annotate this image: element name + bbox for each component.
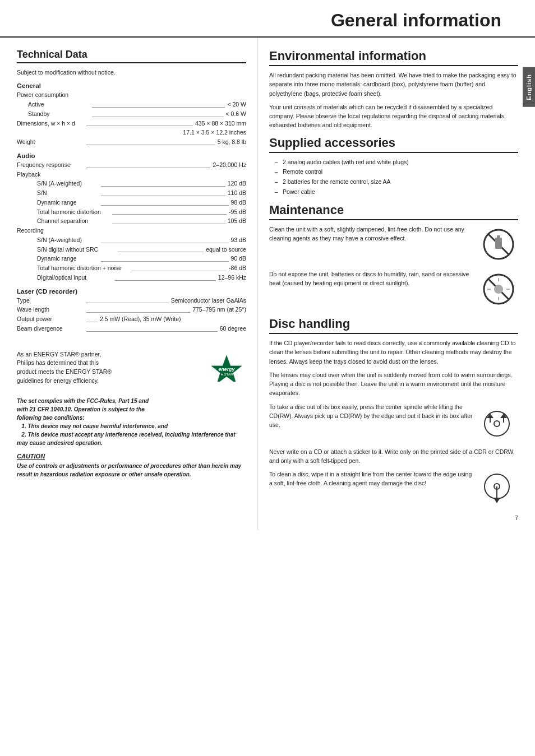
output-power-row: Output power 2.5 mW (Read), 35 mW (Write…	[17, 315, 246, 324]
page-title: General information	[0, 10, 501, 31]
caution-title: CAUTION	[17, 453, 246, 460]
laser-type-value: Semiconductor laser GaAlAs	[171, 296, 246, 305]
supplied-acc-item-3: 2 batteries for the remote control, size…	[275, 177, 518, 187]
maintenance-img-2	[479, 270, 518, 309]
right-column: Environmental information All redundant …	[258, 38, 535, 530]
fcc-line3: following two conditions:	[17, 415, 85, 421]
power-consumption-label-row: Power consumption	[17, 91, 246, 100]
freq-response-label: Frequency response	[17, 161, 84, 170]
wavelength-value: 775–795 nm (at 25°)	[192, 305, 246, 314]
audio-section-label: Audio	[17, 152, 246, 159]
beam-divergence-label: Beam divergence	[17, 324, 84, 333]
rec-sn-aweighted-value: 93 dB	[231, 236, 246, 245]
sn-aweighted-label: S/N (A-weighted)	[26, 179, 99, 188]
svg-rect-6	[497, 235, 500, 239]
rec-thd-noise-row: Total harmonic distortion + noise -86 dB	[17, 264, 246, 273]
energy-star-text: As an ENERGY STAR® partner, Philips has …	[17, 350, 201, 386]
freq-response-row: Frequency response 2–20,000 Hz	[17, 161, 246, 170]
freq-response-value: 2–20,000 Hz	[213, 161, 246, 170]
laser-type-row: Type Semiconductor laser GaAlAs	[17, 296, 246, 305]
maintenance-block-2: Do not expose the unit, batteries or dis…	[269, 270, 518, 309]
env-info-para2: Your unit consists of materials which ca…	[269, 103, 518, 130]
dimensions-value1: 435 × 88 × 310 mm	[195, 119, 246, 128]
wavelength-dots	[86, 312, 190, 313]
active-dots	[92, 107, 225, 108]
disc-img-2	[479, 470, 518, 509]
supplied-acc-heading: Supplied accessories	[269, 136, 518, 153]
dimensions-dots	[86, 126, 193, 126]
page-number: 7	[269, 514, 518, 521]
laser-block: Type Semiconductor laser GaAlAs Wave len…	[17, 296, 246, 333]
recording-label-row: Recording	[17, 226, 246, 235]
maintenance-para2: Do not expose the unit, batteries or dis…	[269, 270, 473, 288]
english-tab: English	[523, 67, 535, 107]
power-consumption-block: Power consumption Active < 20 W Standby …	[17, 91, 246, 147]
technical-data-heading: Technical Data	[17, 49, 246, 63]
energy-star-area: As an ENERGY STAR® partner, Philips has …	[17, 350, 246, 386]
beam-divergence-dots	[86, 331, 218, 332]
supplied-acc-item-2: Remote control	[275, 167, 518, 177]
beam-divergence-value: 60 degree	[220, 324, 246, 333]
dynamic-range-dots	[101, 205, 229, 206]
standby-row: Standby < 0.6 W	[17, 110, 246, 119]
laser-section-label: Laser (CD recorder)	[17, 288, 246, 295]
digital-optical-value: 12–96 kHz	[218, 273, 246, 282]
maintenance-img-1	[479, 225, 518, 264]
rec-thd-noise-dots	[132, 271, 227, 271]
supplied-acc-list: 2 analog audio cables (with red and whit…	[269, 157, 518, 197]
channel-sep-row: Channel separation 105 dB	[17, 217, 246, 226]
dimensions-label: Dimensions, w × h × d	[17, 119, 84, 128]
energy-star-line3: product meets the ENERGY STAR®	[17, 368, 112, 375]
weight-label: Weight	[17, 138, 84, 147]
channel-sep-value: 105 dB	[228, 217, 246, 226]
beam-divergence-row: Beam divergence 60 degree	[17, 324, 246, 333]
svg-point-15	[494, 421, 500, 426]
thd-dots	[112, 214, 227, 215]
rec-sn-aweighted-label: S/N (A-weighted)	[26, 236, 99, 245]
standby-dots	[92, 117, 224, 117]
output-power-value: 2.5 mW (Read), 35 mW (Write)	[100, 315, 181, 324]
fcc-condition2: 2. This device must accept any interfere…	[17, 432, 236, 446]
playback-label-row: Playback	[17, 170, 246, 179]
rec-thd-noise-label: Total harmonic distortion + noise	[26, 264, 130, 273]
disc-handling-para4: Never write on a CD or attach a sticker …	[269, 447, 518, 466]
rec-sn-digital-label: S/N digital without SRC	[26, 245, 116, 254]
rec-dynamic-range-row: Dynamic range 90 dB	[17, 254, 246, 263]
caution-block: CAUTION Use of controls or adjustments o…	[17, 453, 246, 479]
svg-text:★ STAR: ★ STAR	[220, 372, 233, 376]
env-info-para1: All redundant packing material has been …	[269, 71, 518, 98]
freq-response-dots	[86, 168, 210, 168]
active-value: < 20 W	[227, 100, 246, 109]
power-consumption-label: Power consumption	[17, 91, 68, 100]
caution-text: Use of controls or adjustments or perfor…	[17, 462, 246, 479]
fcc-condition1: 1. This device may not cause harmful int…	[21, 423, 168, 429]
maintenance-para1: Clean the unit with a soft, slightly dam…	[269, 225, 473, 243]
energy-star-line2: Philips has determined that this	[17, 359, 99, 366]
disc-handling-para2: The lenses may cloud over when the unit …	[269, 370, 518, 398]
svg-point-14	[485, 411, 509, 436]
dynamic-range-value: 98 dB	[231, 198, 246, 207]
disc-handling-para1: If the CD player/recorder fails to read …	[269, 338, 518, 366]
playback-label: Playback	[17, 170, 41, 179]
disc-img-1	[479, 402, 518, 442]
no-cleaning-agent-icon	[482, 228, 515, 261]
active-label: Active	[17, 100, 90, 109]
rec-dynamic-range-label: Dynamic range	[26, 254, 99, 263]
supplied-acc-item-4: Power cable	[275, 187, 518, 197]
general-section-label: General	[17, 82, 246, 89]
audio-block: Frequency response 2–20,000 Hz Playback …	[17, 161, 246, 282]
dynamic-range-row: Dynamic range 98 dB	[17, 198, 246, 207]
no-heat-humidity-icon	[482, 272, 515, 306]
active-row: Active < 20 W	[17, 100, 246, 109]
sn-aweighted-row: S/N (A-weighted) 120 dB	[17, 179, 246, 188]
dynamic-range-label: Dynamic range	[26, 198, 99, 207]
rec-sn-digital-value: equal to source	[206, 245, 246, 254]
wavelength-row: Wave length 775–795 nm (at 25°)	[17, 305, 246, 314]
sn-row: S/N 110 dB	[17, 189, 246, 198]
fcc-line2: with 21 CFR 1040.10. Operation is subjec…	[17, 406, 145, 412]
maintenance-heading: Maintenance	[269, 203, 518, 220]
sn-value: 110 dB	[228, 189, 246, 198]
disc-handling-para3: To take a disc out of its box easily, pr…	[269, 402, 473, 430]
dimensions-row: Dimensions, w × h × d 435 × 88 × 310 mm	[17, 119, 246, 128]
dimensions-row2: 17.1 × 3.5 × 12.2 inches	[17, 128, 246, 137]
